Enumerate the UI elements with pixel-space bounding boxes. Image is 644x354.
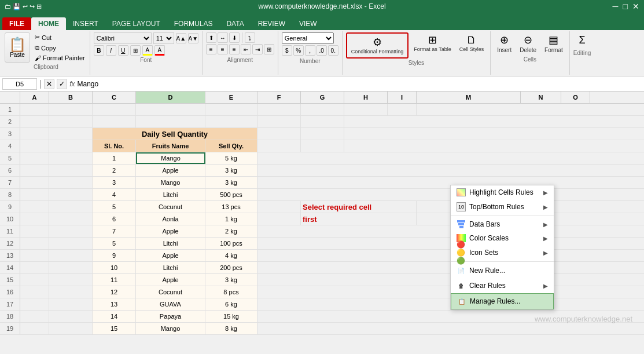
cell-f4[interactable]	[257, 140, 301, 152]
menu-item-highlight-cells[interactable]: Highlight Cells Rules ▶	[451, 185, 554, 199]
tab-view[interactable]: VIEW	[292, 17, 324, 30]
conditional-formatting-button[interactable]: ⚙ Conditional Formatting	[348, 35, 407, 56]
cell-b2[interactable]	[49, 116, 93, 127]
cell-a17[interactable]	[20, 298, 49, 310]
tab-page-layout[interactable]: PAGE LAYOUT	[105, 17, 167, 30]
cell-d12[interactable]: Litchi	[136, 238, 205, 249]
cell-b1[interactable]	[49, 104, 93, 115]
menu-item-new-rule[interactable]: 📄 New Rule...	[451, 263, 554, 278]
cell-c5[interactable]: 1	[93, 152, 136, 164]
cell-c10[interactable]: 6	[93, 213, 136, 225]
cell-a1[interactable]	[20, 104, 49, 115]
border-button[interactable]: ⊞	[130, 45, 141, 56]
cell-e15[interactable]: 3 kg	[205, 274, 257, 286]
col-header-m[interactable]: M	[417, 92, 521, 103]
cell-e19[interactable]: 8 kg	[205, 323, 257, 334]
cell-e16[interactable]: 8 pcs	[205, 286, 257, 298]
cell-b3[interactable]	[49, 128, 93, 140]
cell-c18[interactable]: 14	[93, 311, 136, 322]
cell-e4[interactable]: Sell Qty.	[205, 140, 257, 152]
align-center-button[interactable]: ≡	[218, 44, 228, 54]
cell-e18[interactable]: 15 kg	[205, 311, 257, 322]
cell-b15[interactable]	[49, 274, 93, 286]
cell-c16[interactable]: 12	[93, 286, 136, 298]
cell-g2[interactable]	[301, 116, 344, 127]
underline-button[interactable]: U	[118, 45, 128, 56]
menu-item-color-scales[interactable]: Color Scales ▶	[451, 231, 554, 245]
cell-a13[interactable]	[20, 250, 49, 261]
align-middle-button[interactable]: ↔	[218, 32, 228, 43]
menu-item-data-bars[interactable]: Data Bars ▶	[451, 217, 554, 231]
tab-insert[interactable]: INSERT	[66, 17, 105, 30]
cell-c9[interactable]: 5	[93, 201, 136, 213]
cell-d19[interactable]: Mango	[136, 323, 205, 334]
paste-button[interactable]: 📋 Paste	[5, 32, 30, 63]
cell-c1[interactable]	[93, 104, 136, 115]
cell-e6[interactable]: 3 kg	[205, 165, 257, 176]
cell-b18[interactable]	[49, 311, 93, 322]
cell-c14[interactable]: 10	[93, 262, 136, 273]
cell-b9[interactable]	[49, 201, 93, 213]
name-box[interactable]: D5	[2, 78, 37, 90]
cell-a14[interactable]	[20, 262, 49, 273]
number-format-select[interactable]: General	[282, 32, 334, 44]
percent-button[interactable]: %	[293, 45, 304, 56]
cell-d9[interactable]: Cocunut	[136, 201, 205, 213]
cell-c4[interactable]: Sl. No.	[93, 140, 136, 152]
cell-d16[interactable]: Cocunut	[136, 286, 205, 298]
cell-e1[interactable]	[205, 104, 257, 115]
tab-review[interactable]: REVIEW	[251, 17, 292, 30]
cell-d17[interactable]: GUAVA	[136, 298, 205, 310]
cell-c11[interactable]: 7	[93, 225, 136, 237]
col-header-o[interactable]: O	[561, 92, 590, 103]
increase-font-button[interactable]: A▲	[176, 33, 186, 43]
decrease-indent-button[interactable]: ⇤	[241, 44, 251, 54]
cell-b13[interactable]	[49, 250, 93, 261]
cell-d13[interactable]: Apple	[136, 250, 205, 261]
cell-b4[interactable]	[49, 140, 93, 152]
cell-c19[interactable]: 15	[93, 323, 136, 334]
cell-f1[interactable]	[257, 104, 301, 115]
cell-a12[interactable]	[20, 238, 49, 249]
tab-home[interactable]: HOME	[31, 17, 66, 30]
cell-d5[interactable]: Mango	[136, 152, 205, 164]
insert-button[interactable]: ⊕ Insert	[494, 32, 514, 55]
col-header-c[interactable]: C	[93, 92, 136, 103]
increase-indent-button[interactable]: ⇥	[252, 44, 263, 54]
cell-b5[interactable]	[49, 152, 93, 164]
wrap-text-button[interactable]: ⤵	[245, 32, 255, 43]
cell-c6[interactable]: 2	[93, 165, 136, 176]
format-button[interactable]: ▤ Format	[542, 32, 566, 55]
cell-d10[interactable]: Aonla	[136, 213, 205, 225]
cell-b14[interactable]	[49, 262, 93, 273]
cell-a6[interactable]	[20, 165, 49, 176]
menu-item-clear-rules[interactable]: 🗑 Clear Rules ▶	[451, 278, 554, 293]
col-header-b[interactable]: B	[49, 92, 93, 103]
confirm-formula-button[interactable]: ✓	[57, 79, 67, 89]
cell-h1[interactable]	[344, 104, 388, 115]
tab-data[interactable]: DATA	[219, 17, 251, 30]
cell-d6[interactable]: Apple	[136, 165, 205, 176]
cut-button[interactable]: ✂ Cut	[32, 32, 87, 42]
cancel-formula-button[interactable]: ✕	[44, 79, 54, 89]
cell-c13[interactable]: 9	[93, 250, 136, 261]
cell-a9[interactable]	[20, 201, 49, 213]
format-as-table-button[interactable]: ⊞ Format as Table	[411, 32, 454, 59]
cell-d8[interactable]: Litchi	[136, 189, 205, 200]
menu-item-icon-sets[interactable]: 🔴🟡🟢 Icon Sets ▶	[451, 245, 554, 260]
col-header-h[interactable]: H	[344, 92, 388, 103]
cell-a3[interactable]	[20, 128, 49, 140]
cell-f2[interactable]	[257, 116, 301, 127]
cell-i1[interactable]	[388, 104, 417, 115]
cell-styles-button[interactable]: 🗋 Cell Styles	[457, 32, 487, 59]
cell-c12[interactable]: 5	[93, 238, 136, 249]
cell-b6[interactable]	[49, 165, 93, 176]
cell-f3[interactable]	[257, 128, 301, 140]
cell-e8[interactable]: 500 pcs	[205, 189, 257, 200]
cell-e9[interactable]: 13 pcs	[205, 201, 257, 213]
copy-button[interactable]: ⧉ Copy	[32, 43, 87, 53]
cell-a2[interactable]	[20, 116, 49, 127]
cell-b7[interactable]	[49, 177, 93, 188]
cell-b17[interactable]	[49, 298, 93, 310]
cell-b11[interactable]	[49, 225, 93, 237]
